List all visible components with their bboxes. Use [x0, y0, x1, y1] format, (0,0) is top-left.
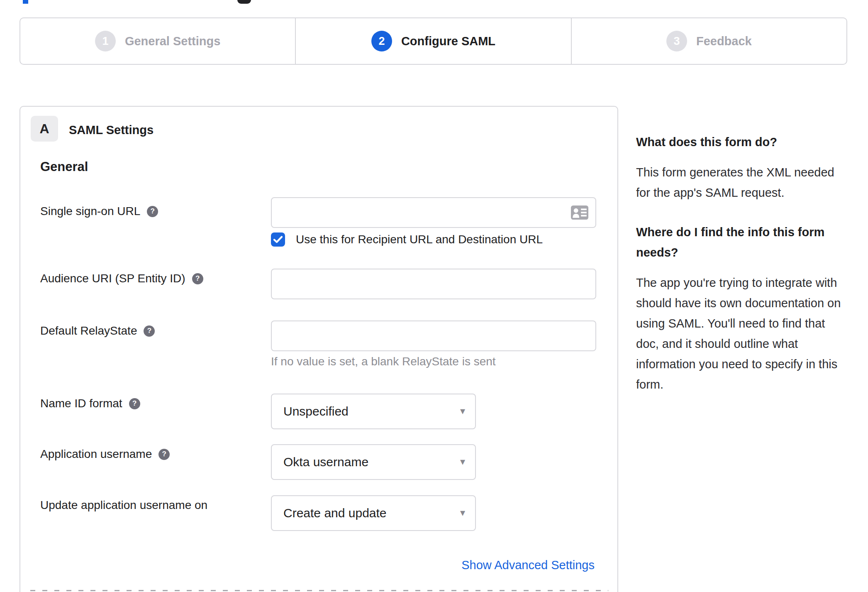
audience-uri-label-text: Audience URI (SP Entity ID): [40, 272, 185, 285]
help-icon[interactable]: ?: [147, 206, 158, 217]
help-icon[interactable]: ?: [158, 449, 170, 460]
checkmark-icon: [273, 236, 283, 243]
step-label: Feedback: [696, 34, 752, 48]
recipient-url-checkbox[interactable]: [271, 232, 285, 247]
step-number-badge: 1: [95, 31, 116, 51]
update-application-username-select[interactable]: Create and update ▾: [271, 495, 476, 531]
audience-uri-input[interactable]: [271, 269, 596, 299]
application-username-label: Application username ?: [40, 448, 170, 461]
step-feedback[interactable]: 3 Feedback: [571, 18, 846, 64]
sidebar-answer-2: The app you're trying to integrate with …: [636, 273, 848, 395]
sso-url-label: Single sign-on URL ?: [40, 205, 158, 218]
chevron-down-icon: ▾: [460, 507, 465, 519]
application-username-select[interactable]: Okta username ▾: [271, 444, 476, 480]
clipped-content-fragment: [237, 0, 251, 4]
section-title: SAML Settings: [69, 123, 154, 137]
name-id-format-select[interactable]: Unspecified ▾: [271, 394, 476, 429]
help-icon[interactable]: ?: [129, 398, 140, 409]
application-username-value: Okta username: [283, 455, 368, 469]
sidebar-question-1: What does this form do?: [636, 132, 848, 152]
sidebar-question-2: Where do I find the info this form needs…: [636, 222, 848, 263]
wizard-stepper: 1 General Settings 2 Configure SAML 3 Fe…: [20, 17, 847, 65]
step-number-badge: 3: [666, 31, 687, 51]
step-label: Configure SAML: [401, 34, 495, 48]
relaystate-label: Default RelayState ?: [40, 324, 155, 338]
section-a-badge: A: [31, 116, 58, 142]
name-id-format-label-text: Name ID format: [40, 397, 122, 410]
relaystate-input[interactable]: [271, 320, 596, 351]
recipient-url-checkbox-label[interactable]: Use this for Recipient URL and Destinati…: [296, 233, 543, 246]
chevron-down-icon: ▾: [460, 456, 465, 467]
name-id-format-value: Unspecified: [283, 404, 349, 418]
step-configure-saml[interactable]: 2 Configure SAML: [295, 18, 571, 64]
step-general-settings[interactable]: 1 General Settings: [20, 18, 295, 64]
help-icon[interactable]: ?: [192, 273, 203, 284]
clipped-content-fragment: [23, 0, 28, 4]
general-group-heading: General: [40, 159, 88, 174]
update-application-username-label-text: Update application username on: [40, 499, 207, 512]
sso-url-input-wrap: [271, 197, 596, 228]
help-icon[interactable]: ?: [144, 325, 155, 337]
sso-url-input[interactable]: [271, 197, 596, 228]
relaystate-hint: If no value is set, a blank RelayState i…: [271, 355, 496, 368]
update-application-username-label: Update application username on: [40, 499, 207, 512]
advanced-section-divider: [30, 590, 608, 591]
saml-settings-card: A SAML Settings General Single sign-on U…: [20, 106, 618, 592]
audience-uri-label: Audience URI (SP Entity ID) ?: [40, 272, 203, 285]
relaystate-label-text: Default RelayState: [40, 324, 137, 338]
name-id-format-label: Name ID format ?: [40, 397, 140, 410]
application-username-label-text: Application username: [40, 448, 152, 461]
step-label: General Settings: [125, 34, 220, 48]
recipient-url-checkbox-row: Use this for Recipient URL and Destinati…: [271, 232, 543, 247]
chevron-down-icon: ▾: [460, 405, 465, 417]
step-number-badge: 2: [371, 31, 392, 51]
update-application-username-value: Create and update: [283, 506, 387, 520]
sidebar-answer-1: This form generates the XML needed for t…: [636, 162, 848, 203]
help-sidebar: What does this form do? This form genera…: [636, 132, 848, 414]
show-advanced-settings-link[interactable]: Show Advanced Settings: [461, 558, 595, 572]
okta-configure-saml-page: 1 General Settings 2 Configure SAML 3 Fe…: [0, 0, 868, 592]
sso-url-label-text: Single sign-on URL: [40, 205, 140, 218]
